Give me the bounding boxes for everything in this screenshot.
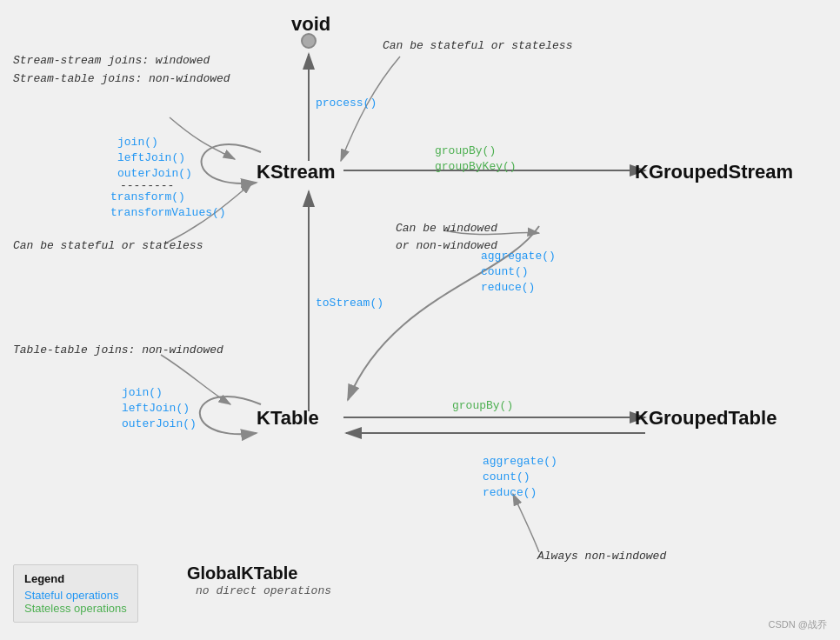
- process-method-label: process(): [316, 96, 377, 111]
- always-non-windowed-annotation: Always non-windowed: [537, 550, 666, 563]
- watermark: CSDN @战乔: [769, 618, 827, 631]
- process-method-text: process(): [316, 97, 377, 110]
- ktable-join-methods-label: join()leftJoin()outerJoin(): [122, 385, 197, 433]
- arrows-svg: [0, 0, 840, 640]
- kgroupedstream-node: KGroupedStream: [635, 161, 793, 183]
- stream-join-methods-label: join()leftJoin()outerJoin(): [117, 135, 192, 183]
- table-joins-annotation: Table-table joins: non-windowed: [13, 343, 223, 357]
- aggregate-kstream-text: aggregate()count()reduce(): [481, 250, 556, 294]
- can-be-stateful-top-annotation: Can be stateful or stateless: [383, 39, 572, 52]
- ktable-join-method-text: join()leftJoin()outerJoin(): [122, 386, 197, 430]
- stream-joins-annotation: Stream-stream joins: windowed Stream-tab…: [13, 52, 230, 89]
- aggregate-ktable-label: aggregate()count()reduce(): [483, 454, 557, 502]
- transform-methods-label: transform()transformValues(): [110, 190, 226, 221]
- groupby-kstream-text: groupBy()groupByKey(): [435, 144, 517, 173]
- kgroupedtable-node: KGroupedTable: [635, 407, 777, 430]
- void-circle: [301, 33, 317, 49]
- legend-box: Legend Stateful operations Stateless ope…: [13, 564, 138, 623]
- can-be-stateful-left-annotation: Can be stateful or stateless: [13, 239, 203, 252]
- globalktable-node: GlobalKTable: [187, 563, 297, 583]
- stream-join-method-text: join()leftJoin()outerJoin(): [117, 136, 192, 180]
- tostream-label: toStream(): [316, 296, 383, 311]
- tostream-text: toStream(): [316, 297, 383, 310]
- legend-title: Legend: [24, 572, 127, 585]
- diagram-container: void KStream KTable KGroupedStream KGrou…: [0, 0, 840, 640]
- groupby-ktable-text: groupBy(): [452, 399, 513, 412]
- groupby-ktable-label: groupBy(): [452, 398, 513, 414]
- transform-method-text: transform()transformValues(): [110, 190, 226, 219]
- legend-stateful-label: Stateful operations: [24, 589, 127, 602]
- aggregate-ktable-text: aggregate()count()reduce(): [483, 455, 557, 499]
- legend-stateless-label: Stateless operations: [24, 602, 127, 615]
- ktable-node: KTable: [257, 407, 319, 430]
- no-direct-ops-label: no direct operations: [196, 584, 331, 597]
- groupby-kstream-label: groupBy()groupByKey(): [435, 143, 517, 175]
- void-node: void: [291, 13, 330, 36]
- kstream-node: KStream: [257, 161, 335, 183]
- aggregate-kstream-label: aggregate()count()reduce(): [481, 249, 556, 297]
